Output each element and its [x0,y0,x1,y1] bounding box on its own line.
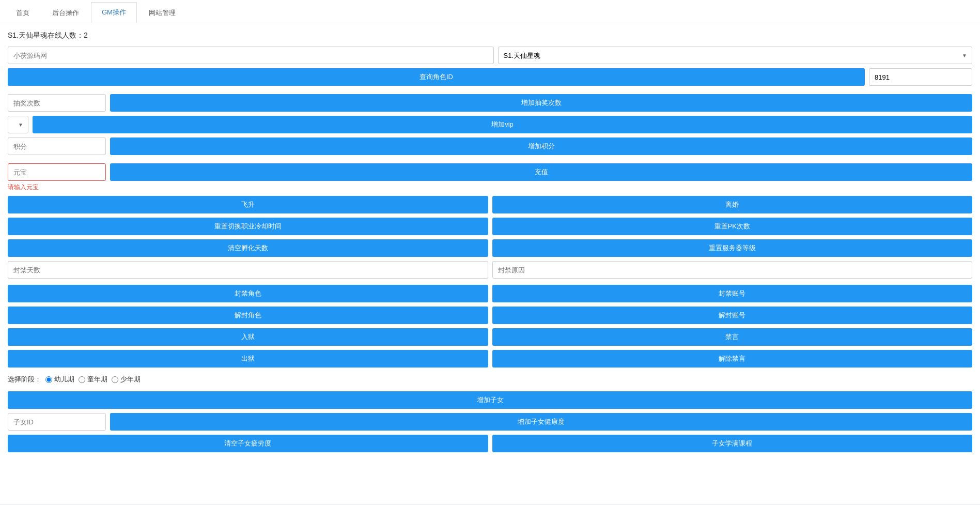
stage-child-label[interactable]: 童年期 [79,375,107,384]
vip-row: 月卡 季卡 年卡 增加vip [8,116,972,133]
server-select[interactable]: S1.天仙星魂 [498,47,973,64]
server-input[interactable] [8,47,494,64]
add-vip-button[interactable]: 增加vip [33,116,972,133]
points-input[interactable] [8,137,106,155]
add-child-row: 增加子女 [8,391,972,409]
vip-select[interactable]: 月卡 季卡 年卡 [8,116,28,133]
query-role-button[interactable]: 查询角色ID [8,68,865,86]
tab-home[interactable]: 首页 [5,3,40,23]
ban-row: 封禁角色 封禁账号 [8,285,972,302]
yuanbao-error-msg: 请输入元宝 [8,183,972,192]
stage-label: 选择阶段： [8,375,41,384]
yuanbao-input[interactable] [8,163,106,181]
charge-button[interactable]: 充值 [110,163,972,181]
online-count-title: S1.天仙星魂在线人数：2 [8,31,972,40]
mute-button[interactable]: 禁言 [492,328,973,346]
jail-mute-row: 入狱 禁言 [8,328,972,346]
reset-job-button[interactable]: 重置切换职业冷却时间 [8,218,488,235]
add-points-button[interactable]: 增加积分 [110,137,972,155]
child-id-row: 增加子女健康度 [8,413,972,431]
release-button[interactable]: 出狱 [8,350,488,368]
server-row: S1.天仙星魂 [8,47,972,64]
unban-role-button[interactable]: 解封角色 [8,307,488,324]
stage-teen-radio[interactable] [112,376,118,383]
unban-account-button[interactable]: 解封账号 [492,307,973,324]
ban-role-button[interactable]: 封禁角色 [8,285,488,302]
reset-server-button[interactable]: 重置服务器等级 [492,239,973,257]
clear-child-fatigue-button[interactable]: 清空子女疲劳度 [8,435,488,452]
stage-infant-label[interactable]: 幼儿期 [45,375,74,384]
reset-job-pk-row: 重置切换职业冷却时间 重置PK次数 [8,218,972,235]
fly-divorce-row: 飞升 离婚 [8,196,972,213]
ban-inputs-row [8,261,972,279]
stage-child-radio[interactable] [79,376,85,383]
release-unmute-row: 出狱 解除禁言 [8,350,972,368]
vip-select-wrap: 月卡 季卡 年卡 [8,116,28,133]
main-content: S1.天仙星魂在线人数：2 S1.天仙星魂 查询角色ID 增加抽奖次数 月卡 季… [0,23,980,504]
ban-account-button[interactable]: 封禁账号 [492,285,973,302]
points-row: 增加积分 [8,137,972,155]
stage-infant-text: 幼儿期 [54,375,74,384]
tab-backend[interactable]: 后台操作 [41,3,90,23]
child-actions-row: 清空子女疲劳度 子女学满课程 [8,435,972,452]
stage-child-text: 童年期 [87,375,107,384]
server-select-wrap: S1.天仙星魂 [498,47,973,64]
clear-hatch-button[interactable]: 清空孵化天数 [8,239,488,257]
yuanbao-row: 充值 [8,163,972,181]
lottery-row: 增加抽奖次数 [8,94,972,112]
stage-row: 选择阶段： 幼儿期 童年期 少年期 [8,375,972,384]
child-study-button[interactable]: 子女学满课程 [492,435,973,452]
tab-bar: 首页 后台操作 GM操作 网站管理 [0,0,980,23]
add-lottery-button[interactable]: 增加抽奖次数 [110,94,972,112]
tab-gm[interactable]: GM操作 [91,2,137,23]
ban-reason-input[interactable] [492,261,973,279]
stage-infant-radio[interactable] [45,376,52,383]
fly-up-button[interactable]: 飞升 [8,196,488,213]
reset-pk-button[interactable]: 重置PK次数 [492,218,973,235]
stage-teen-label[interactable]: 少年期 [112,375,141,384]
add-child-health-button[interactable]: 增加子女健康度 [110,413,972,431]
divorce-button[interactable]: 离婚 [492,196,973,213]
nav-bar: 首页 后台操作 GM操作 网站管理 [0,0,980,23]
lottery-input[interactable] [8,94,106,112]
stage-teen-text: 少年期 [120,375,141,384]
add-child-button[interactable]: 增加子女 [8,391,972,409]
tab-site[interactable]: 网站管理 [138,3,186,23]
jail-button[interactable]: 入狱 [8,328,488,346]
role-id-input[interactable] [869,68,972,86]
query-role-row: 查询角色ID [8,68,972,86]
ban-days-input[interactable] [8,261,488,279]
unban-row: 解封角色 解封账号 [8,307,972,324]
child-id-input[interactable] [8,413,106,431]
unmute-button[interactable]: 解除禁言 [492,350,973,368]
clear-hatch-reset-server-row: 清空孵化天数 重置服务器等级 [8,239,972,257]
